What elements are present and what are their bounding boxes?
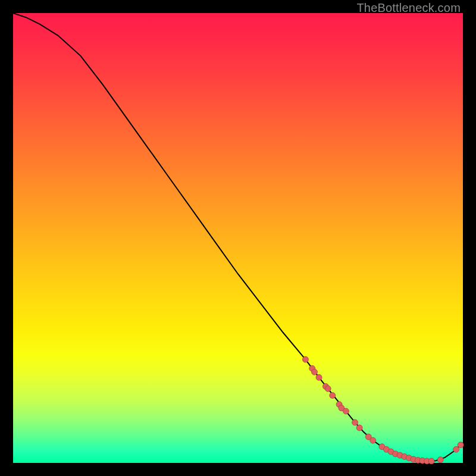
data-point bbox=[330, 393, 336, 399]
data-point bbox=[437, 457, 443, 463]
data-point bbox=[458, 442, 464, 448]
bottleneck-curve bbox=[13, 13, 463, 461]
data-point bbox=[312, 369, 318, 375]
chart-stage: TheBottleneck.com bbox=[0, 0, 476, 476]
data-point bbox=[302, 356, 308, 362]
data-point bbox=[356, 425, 362, 431]
data-point bbox=[370, 437, 376, 443]
data-point bbox=[343, 408, 349, 414]
chart-svg bbox=[13, 13, 463, 463]
data-point bbox=[453, 446, 459, 452]
data-point bbox=[428, 458, 434, 464]
scatter-dots bbox=[302, 356, 464, 464]
watermark-label: TheBottleneck.com bbox=[356, 1, 461, 15]
data-point bbox=[352, 419, 358, 425]
data-point bbox=[316, 374, 322, 380]
data-point bbox=[325, 386, 331, 392]
